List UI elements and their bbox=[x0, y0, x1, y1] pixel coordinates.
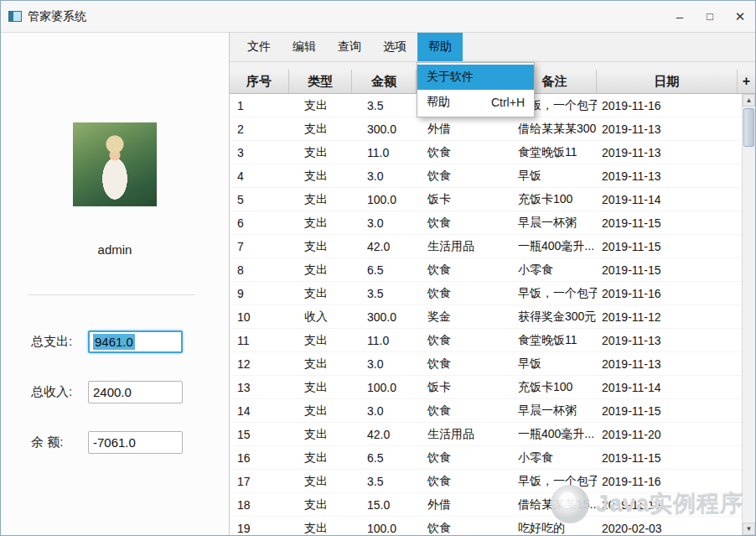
table-row[interactable]: 15支出42.0生活用品一瓶400毫升...2019-11-20 bbox=[230, 423, 742, 446]
table-cell[interactable]: 一瓶400毫升... bbox=[513, 235, 597, 258]
table-cell[interactable]: 支出 bbox=[289, 423, 352, 445]
table-row[interactable]: 9支出3.5饮食早饭，一个包子2019-11-16 bbox=[230, 282, 742, 305]
table-cell[interactable]: 外借 bbox=[417, 117, 513, 140]
table-row[interactable]: 13支出100.0饭卡充饭卡1002019-11-14 bbox=[230, 376, 742, 399]
menu-item-about[interactable]: 关于软件 bbox=[417, 65, 534, 90]
table-cell[interactable]: 支出 bbox=[289, 211, 352, 234]
table-cell[interactable]: 收入 bbox=[289, 305, 352, 328]
table-cell[interactable]: 支出 bbox=[289, 376, 352, 398]
table-cell[interactable]: 2019-11-13 bbox=[597, 164, 738, 187]
menu-options[interactable]: 选项 bbox=[372, 33, 417, 61]
table-cell[interactable]: 3 bbox=[230, 141, 289, 164]
balance-input[interactable]: -7061.0 bbox=[88, 431, 183, 454]
table-cell[interactable]: 6.5 bbox=[352, 258, 417, 281]
table-cell[interactable]: 充饭卡100 bbox=[513, 376, 597, 398]
table-row[interactable]: 17支出3.5饮食早饭，一个包子2019-11-16 bbox=[230, 470, 742, 493]
table-cell[interactable]: 11.0 bbox=[352, 329, 417, 351]
table-cell[interactable]: 2019-11-15 bbox=[597, 235, 738, 258]
table-cell[interactable]: 饮食 bbox=[417, 164, 513, 187]
table-row[interactable]: 10收入300.0奖金获得奖金300元2019-11-12 bbox=[230, 305, 742, 329]
table-cell[interactable]: 100.0 bbox=[352, 517, 417, 535]
table-cell[interactable]: 奖金 bbox=[417, 305, 513, 328]
table-cell[interactable]: 支出 bbox=[289, 235, 352, 258]
table-cell[interactable]: 支出 bbox=[289, 94, 352, 117]
table-cell[interactable]: 2019-11-15 bbox=[597, 446, 738, 469]
table-cell[interactable]: 2019-11-20 bbox=[597, 423, 738, 445]
table-cell[interactable]: 100.0 bbox=[352, 188, 417, 211]
table-cell[interactable]: 借给某某某300 bbox=[513, 117, 597, 140]
table-row[interactable]: 8支出6.5饮食小零食2019-11-15 bbox=[230, 258, 742, 282]
table-cell[interactable]: 饮食 bbox=[417, 329, 513, 351]
table-cell[interactable]: 2019-11-13 bbox=[597, 352, 738, 375]
table-cell[interactable]: 支出 bbox=[289, 282, 352, 304]
table-row[interactable]: 12支出3.0饮食早饭2019-11-13 bbox=[230, 352, 742, 376]
table-cell[interactable]: 2019-11-14 bbox=[597, 188, 738, 211]
table-row[interactable]: 4支出3.0饮食早饭2019-11-13 bbox=[230, 164, 742, 188]
table-cell[interactable]: 8 bbox=[230, 258, 289, 281]
table-cell[interactable]: 300.0 bbox=[352, 305, 417, 328]
menu-file[interactable]: 文件 bbox=[236, 33, 282, 61]
table-cell[interactable]: 16 bbox=[230, 446, 289, 469]
table-cell[interactable]: 支出 bbox=[289, 329, 352, 351]
table-cell[interactable]: 7 bbox=[230, 235, 289, 258]
table-cell[interactable]: 15 bbox=[230, 423, 289, 445]
table-row[interactable]: 5支出100.0饭卡充饭卡1002019-11-14 bbox=[230, 188, 742, 211]
table-cell[interactable]: 12 bbox=[230, 352, 289, 375]
table-cell[interactable]: 饮食 bbox=[417, 470, 513, 492]
table-cell[interactable]: 19 bbox=[230, 517, 289, 535]
total-income-input[interactable]: 2400.0 bbox=[88, 381, 183, 403]
table-row[interactable]: 14支出3.0饮食早晨一杯粥2019-11-15 bbox=[230, 399, 742, 423]
table-cell[interactable]: 300.0 bbox=[352, 117, 417, 140]
table-cell[interactable]: 支出 bbox=[289, 470, 352, 492]
table-cell[interactable]: 5 bbox=[230, 188, 289, 211]
table-cell[interactable]: 饮食 bbox=[417, 399, 513, 422]
table-cell[interactable]: 饮食 bbox=[417, 446, 513, 469]
table-row[interactable]: 7支出42.0生活用品一瓶400毫升...2019-11-15 bbox=[230, 235, 742, 258]
table-cell[interactable]: 14 bbox=[230, 399, 289, 422]
table-cell[interactable]: 饮食 bbox=[417, 282, 513, 304]
table-cell[interactable]: 100.0 bbox=[352, 376, 417, 398]
table-cell[interactable]: 3.5 bbox=[352, 282, 417, 304]
table-cell[interactable]: 早饭，一个包子 bbox=[513, 470, 597, 492]
table-cell[interactable]: 2019-11-16 bbox=[597, 282, 738, 304]
table-cell[interactable]: 支出 bbox=[289, 164, 352, 187]
table-cell[interactable]: 获得奖金300元 bbox=[513, 305, 597, 328]
table-cell[interactable]: 吃好吃的 bbox=[513, 517, 597, 535]
table-cell[interactable]: 一瓶400毫升... bbox=[513, 423, 597, 445]
column-header-index[interactable]: 序号 bbox=[230, 70, 289, 93]
column-header-amount[interactable]: 金额 bbox=[352, 70, 417, 93]
table-cell[interactable]: 2019-11-12 bbox=[597, 305, 738, 328]
table-cell[interactable]: 3.0 bbox=[352, 399, 417, 422]
table-cell[interactable]: 3.0 bbox=[352, 352, 417, 375]
table-cell[interactable]: 饮食 bbox=[417, 211, 513, 234]
table-row[interactable]: 2支出300.0外借借给某某某3002019-11-13 bbox=[230, 117, 742, 141]
table-cell[interactable]: 2020-02-03 bbox=[597, 517, 738, 535]
table-cell[interactable]: 2019-11-13 bbox=[597, 329, 738, 351]
table-cell[interactable]: 3.5 bbox=[352, 94, 417, 117]
table-cell[interactable]: 3.0 bbox=[352, 164, 417, 187]
table-cell[interactable]: 支出 bbox=[289, 493, 352, 516]
table-cell[interactable]: 42.0 bbox=[352, 235, 417, 258]
table-cell[interactable]: 11.0 bbox=[352, 141, 417, 164]
table-cell[interactable]: 小零食 bbox=[513, 446, 597, 469]
table-cell[interactable]: 2019-11-15 bbox=[597, 399, 738, 422]
table-cell[interactable]: 11 bbox=[230, 329, 289, 351]
table-cell[interactable]: 饭卡 bbox=[417, 188, 513, 211]
table-cell[interactable]: 生活用品 bbox=[417, 423, 513, 445]
table-cell[interactable]: 1 bbox=[230, 94, 289, 117]
table-cell[interactable]: 支出 bbox=[289, 258, 352, 281]
table-cell[interactable]: 支出 bbox=[289, 117, 352, 140]
vertical-scrollbar[interactable]: ▲ ▼ bbox=[742, 94, 755, 535]
column-header-date[interactable]: 日期 bbox=[597, 70, 738, 93]
table-cell[interactable]: 2019-11-14 bbox=[597, 376, 738, 398]
scroll-up-icon[interactable]: ▲ bbox=[743, 94, 755, 107]
table-cell[interactable]: 饮食 bbox=[417, 141, 513, 164]
table-cell[interactable]: 15.0 bbox=[352, 493, 417, 516]
table-row[interactable]: 18支出15.0外借借给某某某15...2019-11-18 bbox=[230, 493, 742, 517]
maximize-button[interactable]: □ bbox=[695, 1, 725, 32]
table-cell[interactable]: 6 bbox=[230, 211, 289, 234]
table-cell[interactable]: 2019-11-16 bbox=[597, 94, 738, 117]
table-cell[interactable]: 2019-11-18 bbox=[597, 493, 738, 516]
table-row[interactable]: 11支出11.0饮食食堂晚饭112019-11-13 bbox=[230, 329, 742, 352]
table-cell[interactable]: 外借 bbox=[417, 493, 513, 516]
